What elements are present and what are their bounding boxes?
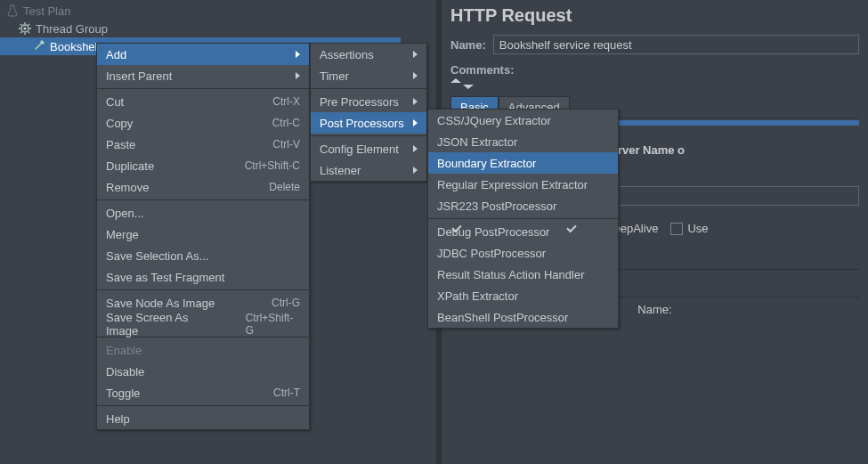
submenu-arrow-icon bbox=[413, 145, 418, 152]
menu-add[interactable]: Add bbox=[97, 44, 309, 65]
beaker-icon bbox=[5, 4, 20, 18]
menu-remove[interactable]: RemoveDelete bbox=[97, 176, 309, 198]
svg-marker-3 bbox=[463, 85, 474, 89]
menu-save-fragment[interactable]: Save as Test Fragment bbox=[97, 266, 309, 288]
menu-config-element[interactable]: Config Element bbox=[311, 138, 426, 159]
svg-marker-2 bbox=[450, 78, 461, 83]
gear-icon bbox=[18, 21, 32, 36]
menu-copy[interactable]: CopyCtrl-C bbox=[97, 112, 309, 134]
menu-timer[interactable]: Timer bbox=[311, 65, 426, 86]
menu-enable: Enable bbox=[97, 339, 309, 361]
menu-jsr223[interactable]: JSR223 PostProcessor bbox=[428, 195, 618, 216]
menu-save-selection[interactable]: Save Selection As... bbox=[97, 245, 309, 266]
menu-post-processors[interactable]: Post Processors bbox=[311, 112, 426, 134]
menu-beanshell-postprocessor[interactable]: BeanShell PostProcessor bbox=[428, 306, 618, 328]
menu-save-screen-image[interactable]: Save Screen As ImageCtrl+Shift-G bbox=[97, 313, 309, 335]
submenu-arrow-icon bbox=[296, 51, 300, 58]
expand-toggle-icon[interactable] bbox=[450, 78, 859, 89]
page-title: HTTP Request bbox=[450, 0, 859, 35]
svg-point-1 bbox=[23, 27, 26, 29]
menu-listener[interactable]: Listener bbox=[311, 159, 426, 181]
submenu-arrow-icon bbox=[413, 167, 418, 174]
menu-merge[interactable]: Merge bbox=[97, 224, 309, 245]
menu-xpath-extractor[interactable]: XPath Extractor bbox=[428, 285, 618, 306]
menu-assertions[interactable]: Assertions bbox=[311, 44, 426, 65]
post-processors-submenu: CSS/JQuery Extractor JSON Extractor Boun… bbox=[427, 109, 619, 329]
submenu-arrow-icon bbox=[296, 72, 300, 79]
menu-css-extractor[interactable]: CSS/JQuery Extractor bbox=[428, 110, 618, 131]
menu-paste[interactable]: PasteCtrl-V bbox=[97, 134, 309, 155]
menu-pre-processors[interactable]: Pre Processors bbox=[311, 91, 426, 112]
use-multipart-checkbox[interactable]: Use bbox=[670, 222, 708, 235]
submenu-arrow-icon bbox=[413, 72, 418, 79]
context-menu: Add Insert Parent CutCtrl-X CopyCtrl-C P… bbox=[96, 43, 310, 430]
menu-boundary-extractor[interactable]: Boundary Extractor bbox=[428, 152, 618, 174]
submenu-arrow-icon bbox=[413, 51, 418, 58]
menu-json-extractor[interactable]: JSON Extractor bbox=[428, 131, 618, 152]
name-label: Name: bbox=[450, 38, 486, 52]
menu-result-status-handler[interactable]: Result Status Action Handler bbox=[428, 264, 618, 285]
comments-label: Comments: bbox=[450, 63, 515, 77]
menu-disable[interactable]: Disable bbox=[97, 361, 309, 382]
menu-jdbc-postprocessor[interactable]: JDBC PostProcessor bbox=[428, 242, 618, 264]
tree-thread-label: Thread Group bbox=[36, 22, 108, 36]
menu-duplicate[interactable]: DuplicateCtrl+Shift-C bbox=[97, 155, 309, 176]
menu-open[interactable]: Open... bbox=[97, 202, 309, 224]
menu-toggle[interactable]: ToggleCtrl-T bbox=[97, 382, 309, 403]
dropper-icon bbox=[32, 39, 46, 53]
menu-help[interactable]: Help bbox=[97, 408, 309, 429]
add-submenu: Assertions Timer Pre Processors Post Pro… bbox=[310, 43, 427, 182]
tree-thread-group[interactable]: Thread Group bbox=[0, 20, 436, 37]
menu-regex-extractor[interactable]: Regular Expression Extractor bbox=[428, 174, 618, 195]
menu-insert-parent[interactable]: Insert Parent bbox=[97, 65, 309, 86]
tree-root-label: Test Plan bbox=[23, 4, 70, 18]
submenu-arrow-icon bbox=[413, 119, 418, 126]
submenu-arrow-icon bbox=[413, 98, 418, 105]
name-input[interactable] bbox=[493, 35, 859, 54]
tree-root[interactable]: Test Plan bbox=[0, 2, 436, 20]
menu-cut[interactable]: CutCtrl-X bbox=[97, 91, 309, 112]
